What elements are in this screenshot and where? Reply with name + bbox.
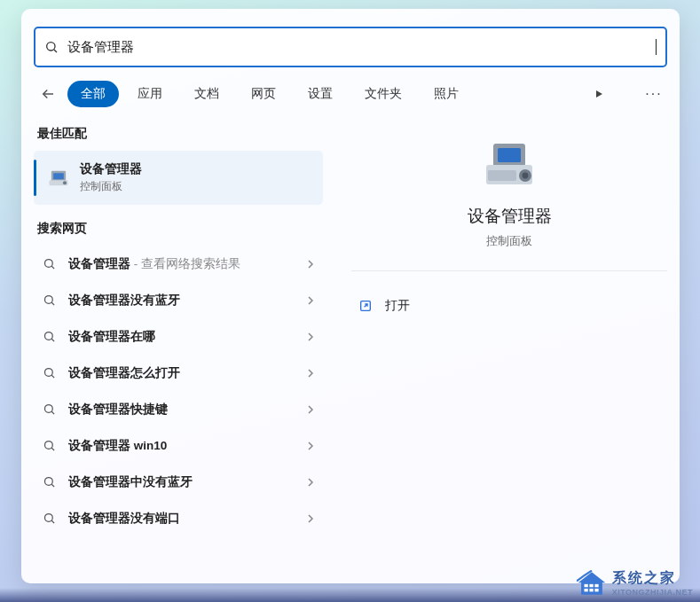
svg-rect-33	[589, 583, 593, 586]
chevron-right-icon	[307, 259, 314, 270]
svg-rect-36	[589, 588, 593, 590]
svg-rect-37	[594, 588, 598, 590]
chevron-right-icon	[307, 404, 314, 415]
web-result[interactable]: 设备管理器 win10	[34, 427, 323, 464]
chevron-right-icon	[307, 295, 314, 306]
svg-point-22	[45, 514, 53, 522]
search-icon	[43, 366, 56, 379]
web-result-label: 设备管理器 - 查看网络搜索结果	[68, 256, 295, 272]
svg-point-10	[45, 296, 53, 304]
device-manager-large-icon	[481, 140, 538, 193]
tab-网页[interactable]: 网页	[238, 81, 289, 107]
svg-point-18	[45, 442, 53, 450]
search-icon	[43, 330, 56, 343]
best-match-item[interactable]: 设备管理器 控制面板	[34, 151, 323, 205]
tab-设置[interactable]: 设置	[295, 81, 346, 107]
tab-照片[interactable]: 照片	[421, 81, 472, 107]
divider	[351, 270, 667, 271]
search-box[interactable]	[34, 27, 667, 67]
search-icon	[44, 40, 59, 54]
best-match-title: 设备管理器	[80, 161, 142, 177]
svg-rect-25	[498, 148, 521, 162]
svg-marker-3	[596, 90, 602, 98]
svg-rect-32	[584, 583, 587, 586]
search-panel: 全部应用文档网页设置文件夹照片 ··· 最佳匹配 设备管理器 控制面板	[21, 9, 680, 583]
search-input[interactable]	[59, 40, 661, 55]
svg-line-13	[51, 339, 54, 341]
play-icon	[594, 89, 604, 99]
watermark-cn: 系统之家	[612, 569, 693, 588]
search-icon	[43, 475, 56, 489]
web-result[interactable]: 设备管理器在哪	[34, 318, 323, 355]
results-column: 最佳匹配 设备管理器 控制面板 搜索网页 设备管理器 - 查看网络搜索结果设备管…	[21, 121, 339, 583]
web-result[interactable]: 设备管理器没有端口	[34, 500, 323, 536]
chevron-right-icon	[307, 441, 314, 451]
web-result-label: 设备管理器没有端口	[68, 511, 295, 527]
device-manager-icon	[46, 166, 71, 191]
play-button[interactable]	[586, 89, 612, 99]
tab-全部[interactable]: 全部	[67, 81, 119, 107]
search-icon	[43, 293, 56, 307]
search-icon	[43, 439, 56, 452]
preview-title: 设备管理器	[351, 205, 667, 228]
web-result[interactable]: 设备管理器快捷键	[34, 391, 323, 427]
web-result[interactable]: 设备管理器中没有蓝牙	[34, 464, 323, 500]
web-result-label: 设备管理器快捷键	[68, 402, 295, 418]
section-best-match: 最佳匹配	[37, 126, 339, 142]
svg-line-9	[51, 266, 54, 269]
chevron-right-icon	[307, 368, 314, 379]
chevron-right-icon	[307, 513, 314, 524]
svg-line-23	[51, 520, 54, 523]
web-result-label: 设备管理器在哪	[68, 329, 295, 345]
section-web: 搜索网页	[37, 221, 339, 237]
svg-point-29	[523, 173, 529, 179]
svg-line-15	[51, 375, 54, 378]
tab-文件夹[interactable]: 文件夹	[351, 81, 415, 107]
svg-point-12	[45, 332, 53, 340]
web-result-label: 设备管理器中没有蓝牙	[68, 474, 295, 490]
text-caret	[656, 39, 657, 55]
svg-point-20	[45, 478, 53, 486]
svg-rect-5	[53, 173, 64, 179]
back-button[interactable]	[34, 80, 62, 108]
preview-subtitle: 控制面板	[351, 233, 667, 249]
svg-line-1	[54, 50, 57, 52]
search-icon	[43, 257, 56, 270]
open-action[interactable]: 打开	[351, 293, 667, 319]
arrow-left-icon	[40, 86, 56, 102]
svg-point-0	[47, 43, 55, 51]
watermark: 系统之家 XITONGZHIJIA.NET	[577, 569, 693, 597]
open-external-icon	[358, 299, 373, 313]
web-result-label: 设备管理器怎么打开	[68, 365, 295, 381]
svg-point-16	[45, 405, 53, 413]
filter-tabs: 全部应用文档网页设置文件夹照片 ···	[34, 80, 667, 108]
svg-point-8	[45, 260, 53, 268]
svg-rect-35	[584, 588, 587, 590]
web-result-label: 设备管理器没有蓝牙	[68, 293, 295, 309]
tab-应用[interactable]: 应用	[124, 81, 176, 107]
svg-rect-27	[488, 170, 516, 181]
svg-line-21	[51, 484, 54, 487]
chevron-right-icon	[307, 332, 314, 342]
open-action-label: 打开	[385, 298, 410, 314]
web-result-label: 设备管理器 win10	[68, 438, 295, 454]
svg-line-17	[51, 411, 54, 414]
chevron-right-icon	[307, 477, 314, 488]
web-result[interactable]: 设备管理器怎么打开	[34, 355, 323, 391]
watermark-en: XITONGZHIJIA.NET	[612, 588, 693, 597]
svg-line-11	[51, 302, 54, 305]
tab-文档[interactable]: 文档	[181, 81, 232, 107]
best-match-subtitle: 控制面板	[80, 179, 142, 194]
svg-point-14	[45, 369, 53, 377]
svg-rect-34	[594, 583, 598, 586]
svg-point-7	[63, 181, 67, 184]
ellipsis-icon: ···	[645, 86, 662, 102]
svg-line-19	[51, 448, 54, 450]
search-icon	[43, 512, 56, 525]
web-result[interactable]: 设备管理器 - 查看网络搜索结果	[34, 246, 323, 282]
search-icon	[43, 403, 56, 416]
more-button[interactable]: ···	[641, 86, 667, 102]
web-result[interactable]: 设备管理器没有蓝牙	[34, 282, 323, 318]
house-icon	[577, 570, 607, 597]
preview-column: 设备管理器 控制面板 打开	[339, 121, 680, 583]
